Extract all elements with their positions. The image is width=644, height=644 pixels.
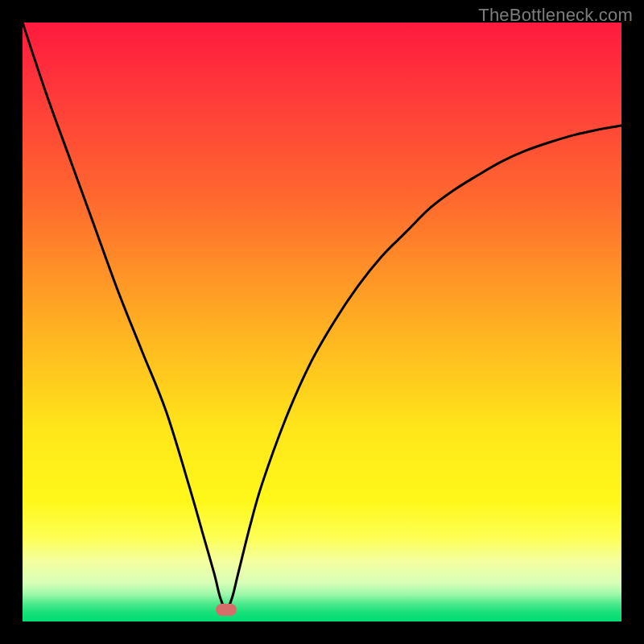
bottleneck-curve <box>23 23 621 621</box>
optimal-marker <box>216 604 237 616</box>
plot-area <box>23 23 621 621</box>
chart-frame: TheBottleneck.com <box>0 0 644 644</box>
watermark-text: TheBottleneck.com <box>478 5 633 26</box>
